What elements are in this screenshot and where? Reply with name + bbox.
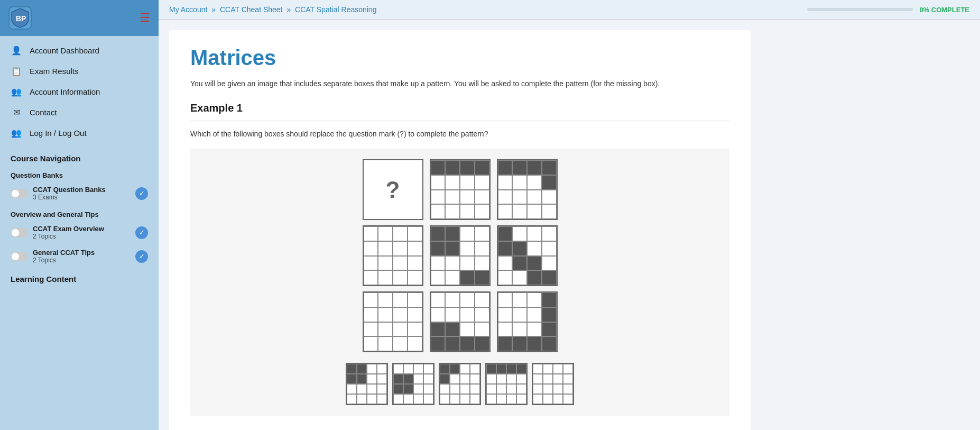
sidebar-item-exam-results[interactable]: 📋 Exam Results [0, 61, 159, 81]
answer-options-row [346, 363, 574, 405]
ccat-question-banks-check: ✓ [135, 187, 148, 200]
answer-option-1[interactable] [346, 363, 388, 405]
matrix-bot-right [497, 291, 558, 352]
answer-1-grid [346, 363, 388, 405]
breadcrumb-my-account[interactable]: My Account [169, 5, 207, 14]
answer-option-4[interactable] [485, 363, 528, 405]
ccat-exam-overview-toggle[interactable] [11, 228, 27, 237]
course-navigation-title: Course Navigation [0, 148, 159, 166]
general-ccat-tips-item[interactable]: General CCAT Tips 2 Topics ✓ [0, 244, 159, 268]
matrix-top-mid [430, 159, 491, 220]
breadcrumb-sep1: » [211, 5, 216, 14]
exam-results-label: Exam Results [30, 67, 79, 76]
login-logout-icon: 👥 [11, 128, 22, 138]
page-title: Matrices [190, 46, 729, 70]
sidebar-item-account-information[interactable]: 👥 Account Information [0, 81, 159, 102]
general-ccat-tips-toggle[interactable] [11, 252, 27, 261]
content-description: You will be given an image that includes… [190, 78, 729, 89]
example1-question: Which of the following boxes should repl… [190, 130, 729, 138]
hamburger-icon[interactable]: ☰ [140, 12, 150, 24]
ccat-question-banks-toggle[interactable] [11, 189, 27, 198]
sidebar-item-account-dashboard[interactable]: 👤 Account Dashboard [0, 40, 159, 61]
sidebar-item-login-logout[interactable]: 👥 Log In / Log Out [0, 123, 159, 143]
matrix-bot-left [363, 291, 423, 352]
svg-text:BP: BP [16, 14, 26, 23]
ccat-question-banks-title: CCAT Question Banks [33, 186, 130, 194]
example1-heading: Example 1 [190, 102, 729, 121]
nav-menu: 👤 Account Dashboard 📋 Exam Results 👥 Acc… [0, 36, 159, 148]
answer-2-grid [392, 363, 434, 405]
matrix-mid-row [363, 225, 558, 286]
ccat-exam-overview-sub: 2 Topics [33, 233, 130, 240]
answer-option-5[interactable] [532, 363, 574, 405]
ccat-exam-overview-title: CCAT Exam Overview [33, 225, 130, 233]
account-information-label: Account Information [30, 87, 100, 96]
matrix-mid-right [497, 225, 558, 286]
main-content: My Account » CCAT Cheat Sheet » CCAT Spa… [159, 0, 980, 430]
account-dashboard-icon: 👤 [11, 45, 22, 56]
account-dashboard-label: Account Dashboard [30, 46, 99, 55]
answer-5-grid [532, 363, 574, 405]
answer-option-2[interactable] [392, 363, 434, 405]
general-ccat-tips-sub: 2 Topics [33, 257, 130, 264]
progress-area: 0% COMPLETE [807, 6, 969, 14]
overview-title: Overview and General Tips [0, 205, 159, 221]
breadcrumb-ccat-spatial-reasoning[interactable]: CCAT Spatial Reasoning [295, 5, 376, 14]
sidebar-header: BP ☰ [0, 0, 159, 36]
sidebar: BP ☰ 👤 Account Dashboard 📋 Exam Results … [0, 0, 159, 430]
account-information-icon: 👥 [11, 87, 22, 97]
login-logout-label: Log In / Log Out [30, 129, 87, 138]
ccat-question-banks-item[interactable]: CCAT Question Banks 3 Exams ✓ [0, 181, 159, 205]
answer-option-3[interactable] [439, 363, 481, 405]
ccat-exam-overview-item[interactable]: CCAT Exam Overview 2 Topics ✓ [0, 221, 159, 244]
matrix-bottom-row [363, 291, 558, 352]
contact-icon: ✉ [11, 107, 22, 117]
matrix-top-right [497, 159, 558, 220]
answer-3-grid [439, 363, 481, 405]
exam-results-icon: 📋 [11, 66, 22, 76]
breadcrumb-ccat-cheat-sheet[interactable]: CCAT Cheat Sheet [220, 5, 283, 14]
general-ccat-tips-check: ✓ [135, 250, 148, 263]
breadcrumb: My Account » CCAT Cheat Sheet » CCAT Spa… [169, 5, 376, 14]
breadcrumb-sep2: » [286, 5, 291, 14]
top-bar: My Account » CCAT Cheat Sheet » CCAT Spa… [159, 0, 980, 20]
logo: BP [8, 6, 32, 30]
question-banks-title: Question Banks [0, 166, 159, 181]
content-card: Matrices You will be given an image that… [169, 30, 751, 430]
progress-label: 0% COMPLETE [919, 6, 969, 14]
ccat-question-banks-sub: 3 Exams [33, 194, 130, 201]
matrix-bot-mid [430, 291, 491, 352]
learning-content-title: Learning Content [0, 268, 159, 287]
contact-label: Contact [30, 108, 57, 117]
matrix-mid-left [363, 225, 423, 286]
ccat-exam-overview-check: ✓ [135, 226, 148, 239]
matrix-container: ? [190, 149, 729, 416]
sidebar-item-contact[interactable]: ✉ Contact [0, 102, 159, 123]
matrix-question-cell: ? [363, 159, 423, 220]
general-ccat-tips-title: General CCAT Tips [33, 249, 130, 257]
matrix-top-row: ? [363, 159, 558, 220]
progress-bar-background [807, 8, 913, 11]
matrix-mid-mid [430, 225, 491, 286]
answer-4-grid [485, 363, 528, 405]
content-area: Matrices You will be given an image that… [159, 20, 980, 430]
